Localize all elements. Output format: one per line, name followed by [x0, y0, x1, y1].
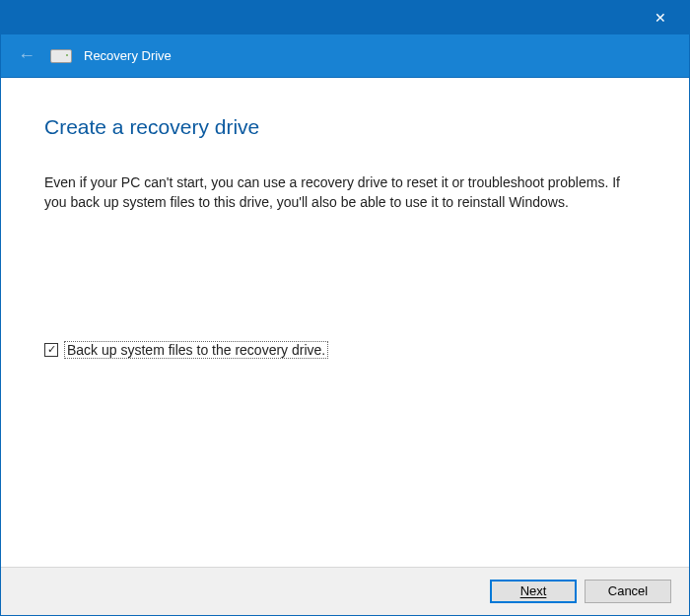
close-icon[interactable]: ✕	[646, 3, 675, 33]
page-description: Even if your PC can't start, you can use…	[44, 172, 626, 213]
content-area: Create a recovery drive Even if your PC …	[1, 78, 689, 567]
window-title: Recovery Drive	[84, 48, 172, 63]
subheader: ← Recovery Drive	[1, 34, 689, 78]
recovery-drive-icon	[50, 49, 72, 63]
backup-checkbox[interactable]: ✓	[44, 343, 58, 357]
backup-checkbox-row[interactable]: ✓ Back up system files to the recovery d…	[44, 341, 646, 359]
titlebar: ✕	[1, 1, 689, 34]
cancel-button[interactable]: Cancel	[585, 580, 671, 603]
footer: Next Cancel	[1, 567, 689, 615]
page-heading: Create a recovery drive	[44, 115, 646, 139]
next-button[interactable]: Next	[490, 580, 577, 603]
backup-checkbox-label[interactable]: Back up system files to the recovery dri…	[64, 341, 328, 359]
back-arrow-icon: ←	[15, 44, 38, 68]
